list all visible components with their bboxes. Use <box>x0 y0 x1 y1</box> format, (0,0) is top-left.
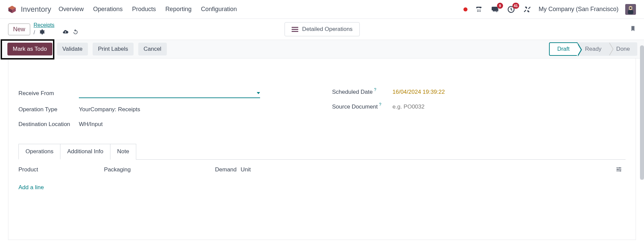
tab-additional-info[interactable]: Additional Info <box>60 144 110 160</box>
column-options-icon[interactable] <box>615 166 626 174</box>
col-product: Product <box>18 166 104 174</box>
svg-point-7 <box>479 11 480 12</box>
source-document-input[interactable] <box>393 104 464 110</box>
bookmark-icon[interactable] <box>630 25 636 34</box>
svg-point-15 <box>631 7 633 9</box>
detailed-operations-label: Detailed Operations <box>302 26 352 33</box>
tab-body: Product Packaging Demand Unit Add a line <box>18 159 626 191</box>
svg-point-5 <box>480 9 481 10</box>
svg-point-16 <box>620 167 621 168</box>
cancel-button[interactable]: Cancel <box>138 43 167 55</box>
undo-icon[interactable] <box>72 29 79 36</box>
operation-type-label: Operation Type <box>18 106 79 113</box>
detailed-operations-button[interactable]: Detailed Operations <box>284 22 359 36</box>
destination-location-label: Destination Location <box>18 121 79 128</box>
avatar[interactable] <box>625 4 636 15</box>
add-a-line[interactable]: Add a line <box>18 184 626 191</box>
control-panel: New Receipts / Detailed Operations <box>0 19 644 40</box>
receive-from-label: Receive From <box>18 90 79 97</box>
nav-operations[interactable]: Operations <box>93 6 123 13</box>
col-demand: Demand <box>210 166 237 174</box>
app-name[interactable]: Inventory <box>21 5 51 14</box>
gear-icon[interactable] <box>39 29 45 36</box>
source-document-label: Source Document ? <box>332 104 393 110</box>
status-bar: Mark as Todo Validate Print Labels Cance… <box>0 40 644 58</box>
cloud-upload-icon[interactable] <box>62 29 68 36</box>
app-logo-icon <box>8 5 16 13</box>
destination-location-value[interactable]: WH/Input <box>79 121 312 128</box>
dropdown-caret-icon <box>257 92 260 94</box>
col-unit: Unit <box>241 166 261 174</box>
print-labels-button[interactable]: Print Labels <box>93 43 134 55</box>
tab-operations[interactable]: Operations <box>18 144 60 160</box>
nav-configuration[interactable]: Configuration <box>201 6 237 13</box>
nav-overview[interactable]: Overview <box>59 6 84 13</box>
breadcrumb-receipts[interactable]: Receipts <box>34 22 79 28</box>
phone-icon[interactable] <box>474 5 484 14</box>
nav-menus: Overview Operations Products Reporting C… <box>59 6 237 13</box>
receive-from-field[interactable] <box>79 89 260 98</box>
navbar: Inventory Overview Operations Products R… <box>0 0 644 19</box>
status-draft[interactable]: Draft <box>549 42 578 56</box>
status-track: Draft Ready Done <box>549 42 637 56</box>
operation-type-value[interactable]: YourCompany: Receipts <box>79 106 312 113</box>
validate-button[interactable]: Validate <box>57 43 88 55</box>
scrollbar-thumb[interactable] <box>640 45 644 180</box>
tab-note[interactable]: Note <box>110 144 136 160</box>
mark-as-todo-button[interactable]: Mark as Todo <box>7 43 52 55</box>
svg-point-6 <box>477 11 478 12</box>
svg-point-14 <box>629 7 630 9</box>
svg-point-3 <box>477 9 478 10</box>
company-selector[interactable]: My Company (San Francisco) <box>539 6 618 13</box>
breadcrumb-slash: / <box>34 30 35 36</box>
help-icon[interactable]: ? <box>379 102 382 107</box>
activity-badge: 41 <box>512 3 519 9</box>
status-ready[interactable]: Ready <box>578 42 609 56</box>
svg-point-17 <box>617 169 618 170</box>
new-button[interactable]: New <box>8 24 30 35</box>
col-packaging: Packaging <box>104 166 210 174</box>
recording-indicator-icon <box>463 7 467 11</box>
chat-icon[interactable]: 9 <box>490 5 500 14</box>
svg-rect-12 <box>628 10 633 14</box>
help-icon[interactable]: ? <box>374 87 376 92</box>
scheduled-date-value[interactable]: 16/04/2024 19:39:22 <box>393 89 626 95</box>
svg-point-8 <box>480 11 481 12</box>
burger-icon <box>291 27 298 32</box>
form-sheet: Receive From Operation Type YourCompany:… <box>8 58 636 240</box>
tabs: Operations Additional Info Note <box>18 144 626 160</box>
scheduled-date-label: Scheduled Date ? <box>332 89 393 95</box>
tools-icon[interactable] <box>523 5 532 14</box>
svg-point-4 <box>479 9 480 10</box>
nav-reporting[interactable]: Reporting <box>165 6 192 13</box>
activity-icon[interactable]: 41 <box>506 5 516 14</box>
chat-badge: 9 <box>497 3 503 9</box>
scrollbar[interactable] <box>640 45 644 180</box>
svg-point-18 <box>620 170 621 171</box>
nav-products[interactable]: Products <box>132 6 156 13</box>
